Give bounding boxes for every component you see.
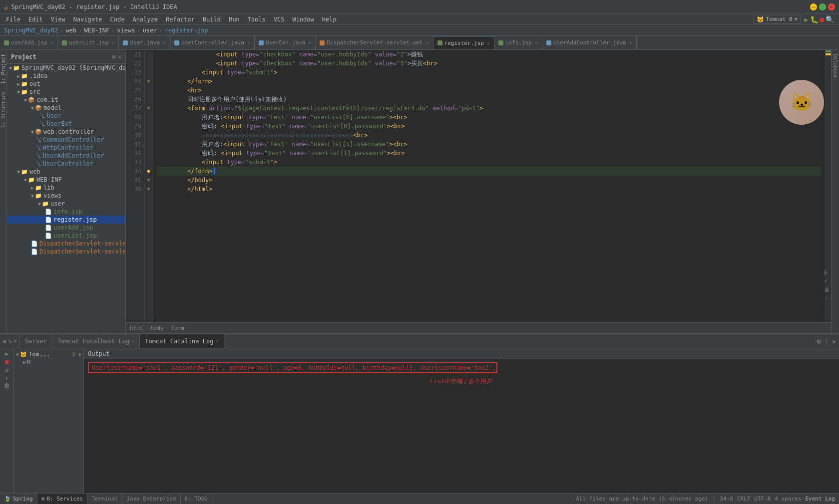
services-refresh[interactable]: ↻ [8, 338, 11, 344]
tab-close-userext[interactable]: ✕ [308, 40, 311, 45]
menu-refactor[interactable]: Refactor [162, 15, 199, 24]
tab-close-dispatcher[interactable]: ✕ [426, 40, 429, 45]
tab-tomcat-catalina-log[interactable]: Tomcat Catalina Log ✕ [140, 334, 224, 348]
menu-navigate[interactable]: Navigate [69, 15, 106, 24]
menu-tools[interactable]: Tools [244, 15, 270, 24]
nav-project[interactable]: SpringMVC_day02 [4, 27, 58, 34]
project-settings-icon[interactable]: ≡ [118, 53, 121, 60]
tab-dispatcherservlet-xml[interactable]: DispatcherServlet-servlet.xml ✕ [316, 36, 433, 49]
tree-views[interactable]: ▼ 📁 views [7, 192, 125, 200]
services-scroll-end-icon[interactable]: ↓ [5, 374, 8, 381]
maximize-button[interactable]: □ [819, 3, 826, 10]
services-clear-icon[interactable]: 🗑 [4, 382, 10, 389]
tree-webcontroller[interactable]: ▼ 📦 web.controller [7, 128, 125, 136]
tree-out[interactable]: ▶ 📁 out [7, 80, 125, 88]
tree-dispatcherservlet1-xml[interactable]: 📄 DispatcherServlet-servlet1.xml [7, 248, 125, 255]
breadcrumb-body[interactable]: body [150, 325, 164, 331]
tab-user-java[interactable]: User.java ✕ [119, 36, 170, 49]
structure-panel-toggle[interactable]: 2: Structure [0, 88, 6, 132]
code-content[interactable]: 21 22 23 24 25 26 27 28 29 30 31 32 33 3… [126, 50, 831, 322]
tab-register-jsp[interactable]: register.jsp ✕ [433, 36, 495, 49]
menu-run[interactable]: Run [225, 15, 244, 24]
menu-window[interactable]: Window [288, 15, 318, 24]
services-restart-icon[interactable]: ↺ [5, 366, 8, 373]
indent-style[interactable]: 4 spaces [775, 496, 801, 502]
nav-webinf[interactable]: WEB-INF [84, 27, 110, 34]
tree-web[interactable]: ▼ 📁 web [7, 168, 125, 176]
tree-useraddcontroller[interactable]: C UserAddController [7, 152, 125, 160]
toolbar-search-icon[interactable]: 🔍 [826, 15, 834, 23]
tree-httpcontroller[interactable]: C HttpController [7, 144, 125, 152]
code-lines[interactable]: <input type="checkbox" name="user.hobbyI… [153, 50, 825, 322]
menu-vcs[interactable]: VCS [270, 15, 289, 24]
line-ending[interactable]: CRLF [737, 496, 751, 502]
database-panel-toggle[interactable]: Database [832, 50, 839, 82]
tab-close-register[interactable]: ✕ [487, 40, 490, 46]
menu-edit[interactable]: Edit [24, 15, 47, 24]
tab-close-useraddcontroller[interactable]: ✕ [629, 40, 632, 45]
tab-info-jsp[interactable]: info.jsp ✕ [494, 36, 542, 49]
nav-user[interactable]: user [143, 27, 157, 34]
debug-icon[interactable]: 🐛 [810, 15, 819, 23]
tab-todo[interactable]: 6: TODO [181, 494, 212, 504]
tree-webinf[interactable]: ▼ 📁 WEB-INF [7, 176, 125, 184]
tab-useraddcontroller-java[interactable]: UserAddController.java ✕ [542, 36, 637, 49]
tab-close-tomcat-localhost[interactable]: ✕ [131, 338, 134, 344]
bottom-settings-icon[interactable]: ⚙ [817, 337, 821, 345]
menu-code[interactable]: Code [106, 15, 129, 24]
project-panel-toggle[interactable]: 1: Project [0, 50, 6, 88]
tree-usercontroller[interactable]: C UserController [7, 160, 125, 168]
nav-web[interactable]: web [66, 27, 77, 34]
menu-file[interactable]: File [2, 15, 24, 24]
nav-file[interactable]: register.jsp [165, 27, 208, 34]
tab-spring[interactable]: 🍃 Spring [0, 494, 37, 504]
tree-user-folder[interactable]: ▼ 📁 user [7, 200, 125, 208]
close-button[interactable]: ✕ [828, 3, 835, 10]
tab-java-enterprise[interactable]: Java Enterprise [122, 494, 180, 504]
tree-comit[interactable]: ▼ 📦 com.it [7, 96, 125, 104]
tab-close-user[interactable]: ✕ [163, 40, 166, 45]
tree-idea[interactable]: ▶ 📁 .idea [7, 72, 125, 80]
nav-views[interactable]: views [117, 27, 135, 34]
file-encoding[interactable]: UTF-8 [754, 496, 771, 502]
tree-userlist-jsp[interactable]: 📄 userList.jsp [7, 232, 125, 240]
tab-server[interactable]: Server [20, 334, 52, 348]
tomcat-config[interactable]: 🐱 Tomcat 8 ▼ [753, 15, 802, 24]
tab-terminal[interactable]: Terminal [87, 494, 122, 504]
run-icon[interactable]: ▶ [804, 15, 808, 23]
tab-tomcat-localhost-log[interactable]: Tomcat Localhost Log ✕ [52, 334, 140, 348]
services-tree-tomcat-sub[interactable]: ▶ R [14, 358, 83, 366]
tree-src[interactable]: ▼ 📁 src [7, 88, 125, 96]
tree-root[interactable]: ▼ 📁 SpringMVC_day02 [SpringMVC_day02] [7, 64, 125, 72]
breadcrumb-html[interactable]: html [130, 325, 143, 331]
tab-close-info[interactable]: ✕ [535, 40, 538, 45]
tree-info-jsp[interactable]: 📄 info.jsp [7, 208, 125, 216]
tab-usercontroller-java[interactable]: UserController.java ✕ [170, 36, 255, 49]
tree-model[interactable]: ▼ 📦 model [7, 104, 125, 112]
tab-userlist-jsp[interactable]: userList.jsp ✕ [58, 36, 119, 49]
tab-8-services[interactable]: ⚙ 8: Services [37, 494, 87, 504]
services-run-icon[interactable]: ▶ [5, 350, 8, 357]
cursor-position[interactable]: 34:8 [720, 496, 733, 502]
tab-useradd-jsp[interactable]: userAdd.jsp ✕ [0, 36, 58, 49]
event-log-label[interactable]: Event Log [805, 496, 835, 502]
tab-userext-java[interactable]: UserExt.java ✕ [255, 36, 316, 49]
stop-icon[interactable]: ■ [820, 15, 824, 23]
tree-userext-java[interactable]: C UserExt [7, 120, 125, 128]
tree-lib[interactable]: ▶ 📁 lib [7, 184, 125, 192]
tab-close-usercontroller[interactable]: ✕ [247, 40, 250, 45]
services-tree-tomcat[interactable]: ▼ 🐱 Tom... D ▼ [14, 350, 83, 358]
tree-useradd-jsp[interactable]: 📄 userAdd.jsp [7, 224, 125, 232]
menu-analyze[interactable]: Analyze [128, 15, 162, 24]
breadcrumb-form[interactable]: form [171, 325, 184, 331]
output-content[interactable]: User{username='shu1', password='123', ge… [84, 359, 839, 493]
tree-commandcontroller[interactable]: C CommandController [7, 136, 125, 144]
services-settings[interactable]: ≡ [13, 338, 16, 344]
menu-build[interactable]: Build [199, 15, 225, 24]
menu-help[interactable]: Help [318, 15, 341, 24]
tree-user-java[interactable]: C User [7, 112, 125, 120]
tab-close-tomcat-catalina[interactable]: ✕ [215, 338, 218, 344]
minimize-button[interactable]: — [810, 3, 817, 10]
bottom-close-icon[interactable]: ✕ [832, 337, 836, 345]
tree-register-jsp[interactable]: 📄 register.jsp [7, 216, 125, 224]
